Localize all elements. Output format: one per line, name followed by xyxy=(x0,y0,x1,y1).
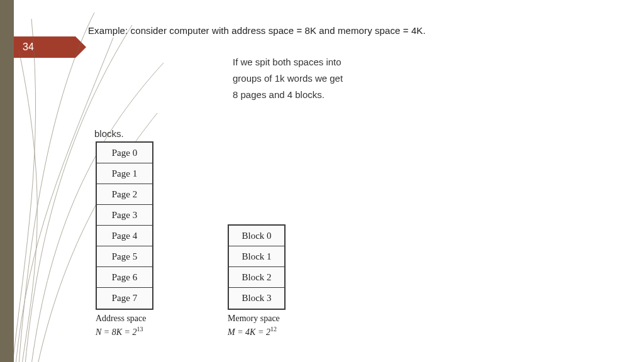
caption-prefix: M = 4K = 2 xyxy=(228,327,270,337)
page-cell: Page 5 xyxy=(97,246,152,267)
block-cell: Block 3 xyxy=(229,288,284,309)
body-text: If we spit both spaces into groups of 1k… xyxy=(233,54,343,103)
block-cell: Block 0 xyxy=(229,226,284,246)
address-space-caption: Address space N = 8K = 213 xyxy=(96,313,146,337)
caption-prefix: N = 8K = 2 xyxy=(96,327,137,337)
caption-line: N = 8K = 213 xyxy=(96,324,146,337)
page-cell: Page 1 xyxy=(97,163,152,184)
block-table: Block 0 Block 1 Block 2 Block 3 xyxy=(228,224,286,310)
slide-number: 34 xyxy=(23,41,34,53)
caption-line: Memory space xyxy=(228,313,280,324)
caption-sup: 12 xyxy=(270,326,277,332)
example-heading: Example: consider computer with address … xyxy=(88,25,426,36)
page-table: Page 0 Page 1 Page 2 Page 3 Page 4 Page … xyxy=(96,141,153,310)
block-cell: Block 1 xyxy=(229,246,284,267)
body-line: If we spit both spaces into xyxy=(233,54,343,70)
block-cell: Block 2 xyxy=(229,267,284,288)
caption-sup: 13 xyxy=(137,326,143,332)
slide-left-edge xyxy=(0,0,14,362)
page-cell: Page 2 xyxy=(97,184,152,205)
body-line: groups of 1k words we get xyxy=(233,70,343,87)
page-cell: Page 0 xyxy=(97,143,152,163)
caption-line: Address space xyxy=(96,313,146,324)
slide-number-tag: 34 xyxy=(14,36,75,58)
page-cell: Page 7 xyxy=(97,288,152,309)
page-cell: Page 4 xyxy=(97,226,152,246)
memory-space-caption: Memory space M = 4K = 212 xyxy=(228,313,280,337)
page-cell: Page 3 xyxy=(97,205,152,226)
blocks-word: blocks. xyxy=(94,128,124,139)
page-cell: Page 6 xyxy=(97,267,152,288)
body-line: 8 pages and 4 blocks. xyxy=(233,87,343,103)
caption-line: M = 4K = 212 xyxy=(228,324,280,337)
